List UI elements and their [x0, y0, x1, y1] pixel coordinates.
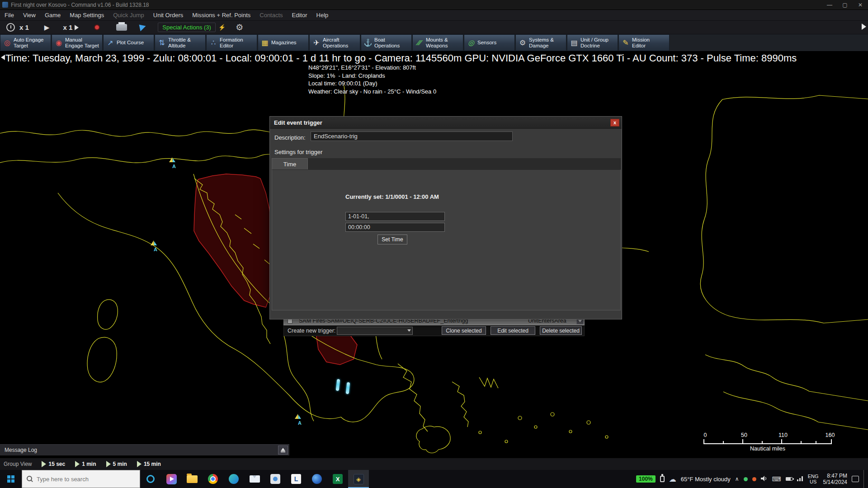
close-button[interactable]: ✕	[853, 0, 868, 10]
message-log-expand-button[interactable]	[278, 446, 288, 455]
ribbon-magazines[interactable]: ▦Magazines	[258, 34, 309, 51]
maximize-button[interactable]: ▢	[837, 0, 853, 10]
ribbon-manual-engage-target[interactable]: ◉ManualEngage Target	[52, 34, 103, 51]
interval-1min-button[interactable]: 1 min	[75, 461, 96, 467]
mounts-weapons-icon: ∕∕∕	[415, 39, 425, 47]
chrome-icon	[208, 474, 218, 484]
play-triangle-icon	[75, 461, 80, 467]
manual-engage-icon: ◉	[54, 38, 64, 47]
tray-green-app-icon[interactable]	[744, 477, 748, 481]
notification-center-icon[interactable]	[852, 476, 859, 482]
mail-icon	[250, 475, 260, 483]
windows-logo-icon	[7, 475, 14, 483]
time-step-button[interactable]: x 1	[63, 23, 79, 31]
chrome-button[interactable]	[203, 470, 223, 488]
tab-time[interactable]: Time	[272, 158, 308, 169]
menu-game[interactable]: Game	[40, 10, 65, 21]
network-icon[interactable]	[797, 475, 803, 483]
doctrine-icon: ▤	[569, 38, 579, 47]
weather-cloud-icon: ☁	[669, 475, 676, 483]
trigger-date-input[interactable]	[345, 212, 445, 221]
clone-selected-button[interactable]: Clone selected	[442, 326, 486, 335]
gear-icon[interactable]: ⚙	[236, 22, 243, 33]
tray-chevron-icon[interactable]: ∧	[735, 476, 739, 482]
start-button[interactable]	[0, 470, 22, 488]
interval-15sec-button[interactable]: 15 sec	[42, 461, 65, 467]
printer-icon[interactable]	[116, 24, 127, 31]
command-app-button[interactable]: ◈	[348, 470, 369, 488]
speaker-icon[interactable]	[761, 475, 768, 483]
dialog-title-bar[interactable]: Edit event trigger	[270, 117, 622, 129]
window-title: First night over Kosovo - Command v1.06 …	[11, 2, 149, 8]
time-compression-value: x 1	[19, 23, 29, 31]
usb-plug-icon[interactable]	[660, 476, 665, 482]
time-settings-panel	[272, 169, 621, 310]
throttle-altitude-icon: ⇅	[157, 38, 167, 47]
ribbon-auto-engage-target[interactable]: ◎Auto EngageTarget	[0, 34, 51, 51]
record-button[interactable]	[94, 24, 100, 30]
ribbon-mission-editor[interactable]: ✎MissionEditor	[618, 34, 670, 51]
ribbon-aircraft-operations[interactable]: ✈AircraftOperations	[309, 34, 360, 51]
search-input[interactable]	[37, 476, 127, 483]
unit-symbol[interactable]	[295, 413, 301, 421]
ribbon-mounts-weapons[interactable]: ∕∕∕Mounts &Weapons	[412, 34, 463, 51]
ribbon-sensors[interactable]: ◎Sensors	[464, 34, 515, 51]
set-time-button[interactable]: Set Time	[377, 235, 407, 244]
up-arrow-icon	[281, 448, 285, 451]
menu-missions-ref-points[interactable]: Missions + Ref. Points	[188, 10, 255, 21]
description-label: Description:	[274, 134, 306, 141]
keyboard-icon[interactable]: ⌨	[772, 475, 781, 483]
statusbar-scroll-arrow[interactable]	[1, 55, 5, 60]
menu-help[interactable]: Help	[312, 10, 333, 21]
video-app-button[interactable]	[161, 470, 182, 488]
system-tray: 100% ☁ 65°F Mostly cloudy ∧ ⌨ ENGUS 8:47…	[636, 470, 866, 488]
show-desktop-button[interactable]	[863, 470, 866, 488]
taskbar-search[interactable]	[22, 470, 140, 488]
cortana-button[interactable]	[140, 470, 161, 488]
ribbon-throttle-altitude[interactable]: ⇅Throttle &Altitude	[155, 34, 206, 51]
office-button[interactable]: L	[286, 470, 307, 488]
battery-percent-badge[interactable]: 100%	[636, 475, 656, 483]
ribbon-formation-editor[interactable]: ∴FormationEditor	[206, 34, 257, 51]
special-actions-button[interactable]: Special Actions (3)	[158, 23, 216, 32]
menu-file[interactable]: File	[0, 10, 19, 21]
language-indicator[interactable]: ENGUS	[808, 474, 819, 484]
ribbon-plot-course[interactable]: ↗Plot Course	[103, 34, 154, 51]
interval-15min-button[interactable]: 15 min	[137, 461, 161, 467]
new-trigger-dropdown[interactable]	[337, 327, 413, 335]
file-explorer-button[interactable]	[182, 470, 203, 488]
message-log-bar[interactable]: Message Log	[0, 444, 289, 455]
edge-button[interactable]	[223, 470, 244, 488]
minimize-button[interactable]: —	[822, 0, 837, 10]
unit-symbol[interactable]	[151, 239, 157, 247]
menu-unit-orders[interactable]: Unit Orders	[149, 10, 188, 21]
thunderbird-button[interactable]	[307, 470, 327, 488]
taskbar-clock[interactable]: 8:47 PM5/14/2024	[823, 473, 847, 485]
step-play-icon	[75, 25, 79, 30]
pointer-icon[interactable]	[139, 23, 147, 32]
video-app-icon	[166, 474, 177, 484]
photos-button[interactable]	[265, 470, 286, 488]
ribbon-unit-group-doctrine[interactable]: ▤Unit / GroupDoctrine	[567, 34, 618, 51]
menu-map-settings[interactable]: Map Settings	[65, 10, 108, 21]
ribbon-systems-damage[interactable]: ⚙Systems &Damage	[515, 34, 566, 51]
excel-button[interactable]: X	[327, 470, 348, 488]
battery-icon[interactable]	[786, 477, 793, 481]
taskbar-weather[interactable]: 65°F Mostly cloudy	[681, 476, 731, 483]
dialog-close-button[interactable]: x	[610, 119, 619, 127]
ribbon-boat-operations[interactable]: ⚓BoatOperations	[361, 34, 412, 51]
description-input[interactable]	[311, 131, 513, 141]
menu-quick-jump: Quick Jump	[108, 10, 149, 21]
edit-selected-button[interactable]: Edit selected	[491, 326, 535, 335]
delete-selected-button[interactable]: Delete selected	[540, 326, 582, 335]
unit-symbol[interactable]	[169, 156, 175, 164]
tray-orange-app-icon[interactable]	[752, 477, 756, 481]
menu-view[interactable]: View	[19, 10, 40, 21]
scale-units-label: Nautical miles	[703, 446, 832, 452]
trigger-time-input[interactable]	[345, 223, 445, 232]
play-button[interactable]: ▶	[44, 23, 50, 32]
menu-editor[interactable]: Editor	[288, 10, 312, 21]
toolbar-collapse-arrow[interactable]	[862, 23, 866, 30]
interval-5min-button[interactable]: 5 min	[106, 461, 127, 467]
mail-button[interactable]	[244, 470, 265, 488]
